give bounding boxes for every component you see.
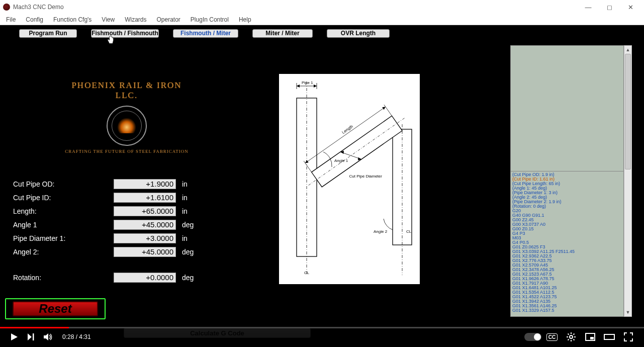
svg-line-30 bbox=[568, 339, 569, 340]
diagram-label-angle2: Angle 2 bbox=[374, 229, 388, 234]
gcode-listing: (Cut Pipe OD: 1.9 in)(Cut Pipe ID: 1.61 … bbox=[511, 171, 623, 316]
tabs: Program Run Fishmouth / Fishmouth Fishmo… bbox=[0, 29, 644, 38]
unit-rotation: deg bbox=[182, 274, 194, 282]
video-player-bar: 0:28 / 4:31 CC bbox=[0, 327, 644, 347]
svg-rect-34 bbox=[604, 334, 614, 339]
label-angle1: Angle 1 bbox=[13, 221, 114, 229]
menu-help[interactable]: Help bbox=[235, 15, 255, 24]
input-pipe-dia1[interactable]: +3.0000 bbox=[114, 233, 176, 243]
svg-marker-6 bbox=[314, 84, 317, 88]
input-cut-pipe-od[interactable]: +1.9000 bbox=[114, 179, 176, 189]
logo-title: PHOENIX RAIL & IRON LLC. bbox=[61, 80, 192, 101]
fullscreen-button[interactable] bbox=[620, 330, 637, 344]
menu-bar: File Config Function Cfg's View Wizards … bbox=[0, 14, 644, 25]
input-rotation[interactable]: +0.0000 bbox=[114, 273, 176, 283]
diagram-label-length: Length bbox=[341, 124, 354, 135]
tab-fishmouth-miter[interactable]: Fishmouth / Miter bbox=[173, 29, 238, 38]
menu-function-cfgs[interactable]: Function Cfg's bbox=[49, 15, 96, 24]
toolpath-preview bbox=[511, 46, 623, 171]
diagram-label-pipe1: Pipe 1 bbox=[302, 80, 313, 85]
input-length[interactable]: +65.0000 bbox=[114, 206, 176, 216]
unit-angle1: deg bbox=[182, 221, 194, 229]
svg-marker-13 bbox=[382, 106, 386, 110]
app-icon bbox=[3, 4, 10, 11]
play-button[interactable] bbox=[7, 330, 21, 344]
label-rotation: Rotation: bbox=[13, 274, 114, 282]
label-cut-pipe-id: Cut Pipe ID: bbox=[13, 194, 114, 202]
volume-button[interactable] bbox=[41, 330, 55, 344]
reset-frame: Reset bbox=[5, 298, 106, 319]
app-body: Program Run Fishmouth / Fishmouth Fishmo… bbox=[0, 25, 644, 327]
unit-pipe-dia1: in bbox=[182, 234, 188, 242]
logo: PHOENIX RAIL & IRON LLC. CRAFTING THE FU… bbox=[61, 80, 192, 154]
svg-marker-5 bbox=[297, 84, 300, 88]
svg-marker-12 bbox=[304, 160, 308, 164]
svg-rect-33 bbox=[590, 337, 594, 339]
window-title: Mach3 CNC Demo bbox=[13, 4, 64, 11]
svg-marker-22 bbox=[44, 333, 48, 340]
svg-marker-20 bbox=[28, 333, 32, 340]
autoplay-toggle[interactable] bbox=[524, 330, 541, 344]
logo-emblem-icon bbox=[107, 106, 147, 146]
input-cut-pipe-id[interactable]: +1.6100 bbox=[114, 193, 176, 203]
settings-button[interactable] bbox=[563, 330, 580, 344]
scroll-thumb[interactable] bbox=[625, 54, 631, 169]
svg-point-23 bbox=[570, 335, 573, 338]
progress-bar[interactable] bbox=[0, 327, 644, 328]
scroll-up-icon[interactable]: ▲ bbox=[624, 46, 631, 54]
unit-cut-pipe-id: in bbox=[182, 194, 188, 202]
scroll-down-icon[interactable]: ▼ bbox=[624, 308, 631, 316]
gcode-line: G4 P3 bbox=[512, 231, 622, 236]
input-angle1[interactable]: +45.0000 bbox=[114, 220, 176, 230]
label-angle2: Angel 2: bbox=[13, 248, 114, 256]
menu-operator[interactable]: Operator bbox=[153, 15, 185, 24]
right-panel: (Cut Pipe OD: 1.9 in)(Cut Pipe ID: 1.61 … bbox=[510, 45, 632, 317]
logo-subtitle: CRAFTING THE FUTURE OF STEEL FABRICATION bbox=[61, 149, 192, 154]
scrollbar[interactable]: ▲ ▼ bbox=[624, 45, 632, 317]
label-length: Length: bbox=[13, 207, 114, 215]
unit-cut-pipe-od: in bbox=[182, 180, 188, 188]
tab-program-run[interactable]: Program Run bbox=[19, 29, 77, 38]
close-button[interactable]: ✕ bbox=[620, 1, 641, 14]
miniplayer-button[interactable] bbox=[582, 330, 599, 344]
unit-length: in bbox=[182, 207, 188, 215]
tab-ovr-length[interactable]: OVR Length bbox=[327, 29, 390, 38]
svg-line-28 bbox=[568, 334, 569, 335]
menu-config[interactable]: Config bbox=[22, 15, 47, 24]
svg-line-15 bbox=[384, 105, 392, 116]
menu-wizards[interactable]: Wizards bbox=[121, 15, 150, 24]
menu-view[interactable]: View bbox=[98, 15, 119, 24]
window-titlebar: Mach3 CNC Demo — ◻ ✕ bbox=[0, 0, 644, 14]
next-button[interactable] bbox=[24, 330, 38, 344]
gcode-line: G01 X1.3329 A157.5 bbox=[512, 308, 622, 313]
svg-rect-21 bbox=[33, 333, 34, 340]
svg-line-31 bbox=[574, 334, 575, 335]
parameters-panel: Cut Pipe OD: +1.9000 in Cut Pipe ID: +1.… bbox=[13, 177, 199, 284]
diagram-label-angle1: Angle 1 bbox=[334, 158, 348, 163]
gcode-line: (Rotation: 0 deg) bbox=[512, 204, 622, 209]
menu-file[interactable]: File bbox=[2, 15, 20, 24]
diagram-label-cpd: Cut Pipe Diameter bbox=[349, 174, 383, 179]
gcode-line: G00 Z0.15 bbox=[512, 227, 622, 231]
diagram-label-cl1: CL bbox=[304, 271, 310, 275]
cc-button[interactable]: CC bbox=[543, 330, 561, 344]
label-cut-pipe-od: Cut Pipe OD: bbox=[13, 180, 114, 188]
label-pipe-dia1: Pipe Diameter 1: bbox=[13, 234, 114, 242]
maximize-button[interactable]: ◻ bbox=[599, 1, 620, 14]
theater-button[interactable] bbox=[601, 330, 618, 344]
tab-miter-miter[interactable]: Miter / Miter bbox=[252, 29, 313, 38]
menu-plugin-control[interactable]: PlugIn Control bbox=[187, 15, 233, 24]
svg-line-29 bbox=[574, 339, 575, 340]
unit-angle2: deg bbox=[182, 248, 194, 256]
tab-fishmouth-fishmouth[interactable]: Fishmouth / Fishmouth bbox=[91, 29, 159, 38]
diagram-label-cl2: CL bbox=[406, 229, 412, 234]
time-display: 0:28 / 4:31 bbox=[62, 333, 91, 340]
reset-button[interactable]: Reset bbox=[13, 301, 98, 316]
input-angle2[interactable]: +45.0000 bbox=[114, 247, 176, 257]
svg-marker-19 bbox=[11, 333, 18, 340]
pipe-diagram: Pipe 1 Length Cut Pipe Diameter Ang bbox=[279, 74, 420, 284]
minimize-button[interactable]: — bbox=[578, 1, 599, 14]
